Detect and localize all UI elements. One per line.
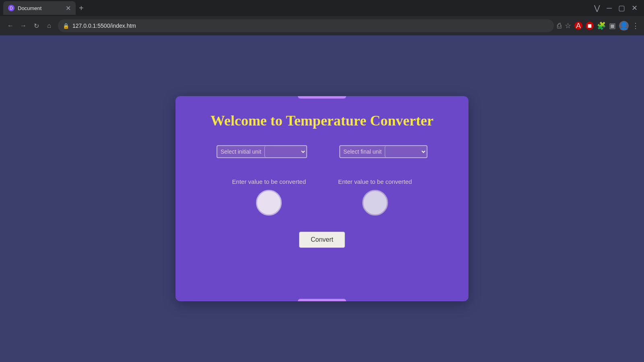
maximize-button[interactable]: ▢ [618, 4, 625, 12]
address-bar: ← → ↻ ⌂ 🔒 127.0.0.1:5500/index.htm ⎙ ☆ A… [0, 16, 644, 35]
share-icon[interactable]: ⎙ [557, 22, 561, 30]
input2-label: Enter value to be converted [338, 178, 412, 185]
final-unit-select[interactable]: Celsius Fahrenheit Kelvin [385, 146, 427, 157]
nav-buttons: ← → ↻ ⌂ [5, 20, 55, 31]
new-tab-button[interactable]: + [79, 4, 84, 13]
adobe-extension-icon[interactable]: A [574, 22, 582, 30]
converter-card: Welcome to Temperature Converter Select … [175, 96, 469, 301]
inputs-row: Enter value to be converted Enter value … [200, 178, 444, 216]
tab-favicon: D [8, 5, 14, 11]
input1-circle[interactable] [256, 190, 282, 216]
selects-row: Select initial unit Celsius Fahrenheit K… [200, 145, 444, 158]
initial-select-wrapper: Select initial unit Celsius Fahrenheit K… [217, 145, 307, 158]
tab-bar: D Document ✕ + ⋁ ─ ▢ ✕ [0, 0, 644, 16]
window-controls: ⋁ ─ ▢ ✕ [594, 4, 641, 12]
input1-label: Enter value to be converted [232, 178, 306, 185]
initial-unit-group: Select initial unit Celsius Fahrenheit K… [217, 145, 307, 158]
minimize-button[interactable]: ─ [607, 4, 612, 12]
page-title: Welcome to Temperature Converter [211, 112, 433, 129]
puzzle-extension-icon[interactable]: 🧩 [597, 21, 606, 30]
home-button[interactable]: ⌂ [43, 20, 55, 31]
profile-icon[interactable]: 👤 [619, 21, 629, 31]
close-button[interactable]: ✕ [632, 4, 638, 12]
forward-button[interactable]: → [18, 20, 29, 31]
back-button[interactable]: ← [5, 20, 16, 31]
input2-group: Enter value to be converted [338, 178, 412, 216]
card-bottom-accent [298, 299, 346, 301]
url-text: 127.0.0.1:5500/index.htm [72, 23, 136, 29]
input1-group: Enter value to be converted [232, 178, 306, 216]
active-tab[interactable]: D Document ✕ [3, 1, 76, 15]
final-select-label: Select final unit [340, 147, 385, 156]
initial-unit-select[interactable]: Celsius Fahrenheit Kelvin [264, 146, 306, 157]
tab-close-button[interactable]: ✕ [66, 4, 71, 12]
final-unit-group: Select final unit Celsius Fahrenheit Kel… [339, 145, 427, 158]
tabs-menu-icon[interactable]: ⋁ [594, 4, 600, 12]
initial-select-label: Select initial unit [217, 147, 264, 156]
browser-chrome: D Document ✕ + ⋁ ─ ▢ ✕ ← → ↻ ⌂ 🔒 127.0.0… [0, 0, 644, 35]
toolbar-icons: ⎙ ☆ A ■ 🧩 ▣ 👤 ⋮ [557, 21, 639, 31]
lock-icon: 🔒 [63, 23, 69, 29]
tab-title: Document [18, 5, 62, 11]
url-bar[interactable]: 🔒 127.0.0.1:5500/index.htm [58, 19, 554, 32]
layout-icon[interactable]: ▣ [609, 21, 616, 30]
reload-button[interactable]: ↻ [31, 20, 42, 31]
red-extension-icon[interactable]: ■ [586, 22, 594, 30]
bookmark-icon[interactable]: ☆ [565, 21, 571, 30]
menu-icon[interactable]: ⋮ [632, 21, 639, 30]
page-content: Welcome to Temperature Converter Select … [0, 35, 644, 362]
convert-button[interactable]: Convert [299, 232, 345, 248]
card-top-accent [298, 96, 346, 99]
final-select-wrapper: Select final unit Celsius Fahrenheit Kel… [339, 145, 427, 158]
input2-circle[interactable] [362, 190, 388, 216]
